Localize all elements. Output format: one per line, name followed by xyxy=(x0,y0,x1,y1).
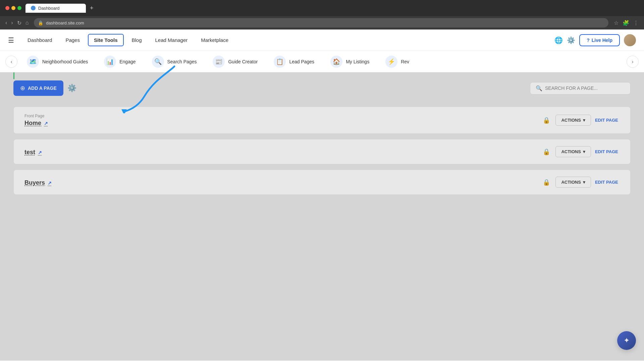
neighborhood-guides-icon: 🗺️ xyxy=(27,56,39,68)
sub-nav-items: 🗺️ Neighborhood Guides 📊 Engage 🔍 Search… xyxy=(17,53,627,70)
new-tab-button[interactable]: + xyxy=(90,5,94,12)
dot-yellow[interactable] xyxy=(11,6,15,10)
lock-icon: 🔒 xyxy=(543,148,550,156)
live-help-button[interactable]: ? Live Help xyxy=(579,34,620,46)
lead-pages-icon: 📋 xyxy=(274,56,286,68)
page-settings-icon[interactable]: ⚙️ xyxy=(67,84,76,93)
lock-icon: 🔒 xyxy=(38,20,43,25)
browser-tabs: Dashboard + xyxy=(25,4,639,13)
browser-chrome: Dashboard + xyxy=(0,0,644,16)
page-item: test ↗ 🔒 ACTIONS ▾ EDIT PAGE xyxy=(13,139,631,164)
page-name: test ↗ xyxy=(24,149,543,156)
top-nav: ☰ Dashboard Pages Site Tools Blog Lead M… xyxy=(0,29,644,51)
nav-item-blog[interactable]: Blog xyxy=(126,35,147,46)
menu-icon[interactable]: ⋮ xyxy=(633,20,639,26)
edit-page-button[interactable]: EDIT PAGE xyxy=(594,146,620,157)
external-link-icon[interactable]: ↗ xyxy=(38,150,42,155)
refresh-button[interactable]: ↻ xyxy=(17,20,21,26)
sub-nav: ‹ 🗺️ Neighborhood Guides 📊 Engage 🔍 Sear… xyxy=(0,51,644,72)
chat-bubble-button[interactable]: ✦ xyxy=(617,331,636,350)
hamburger-menu-icon[interactable]: ☰ xyxy=(8,36,14,44)
external-link-icon[interactable]: ↗ xyxy=(44,121,48,126)
engage-icon: 📊 xyxy=(104,56,116,68)
page-label: Front Page xyxy=(24,114,543,118)
browser-actions: ☆ 🧩 ⋮ xyxy=(614,20,639,26)
tab-favicon xyxy=(31,6,36,10)
url-text: dashboard.site.com xyxy=(46,20,84,25)
content-toolbar: ⊕ ADD A PAGE ⚙️ 🔍 xyxy=(13,80,631,96)
dot-red[interactable] xyxy=(5,6,9,10)
sub-nav-item-neighborhood-guides[interactable]: 🗺️ Neighborhood Guides xyxy=(20,53,95,70)
url-bar[interactable]: 🔒 dashboard.site.com xyxy=(34,18,608,27)
search-bar[interactable]: 🔍 xyxy=(530,82,631,95)
sub-nav-next-arrow[interactable]: › xyxy=(627,56,639,68)
sub-nav-item-guide-creator[interactable]: 📰 Guide Creator xyxy=(206,53,264,70)
chevron-down-icon: ▾ xyxy=(583,149,585,154)
user-avatar[interactable] xyxy=(624,34,636,46)
nav-item-pages[interactable]: Pages xyxy=(60,35,85,46)
extensions-icon[interactable]: 🧩 xyxy=(623,20,629,26)
back-button[interactable]: ‹ xyxy=(5,20,7,26)
sub-nav-item-my-listings[interactable]: 🏠 My Listings xyxy=(324,53,376,70)
sub-nav-prev-arrow[interactable]: ‹ xyxy=(5,56,17,68)
lock-icon: 🔒 xyxy=(543,117,550,124)
lock-icon: 🔒 xyxy=(543,179,550,186)
guide-creator-icon: 📰 xyxy=(213,56,225,68)
sub-nav-item-search-pages[interactable]: 🔍 Search Pages xyxy=(145,53,204,70)
page-actions: 🔒 ACTIONS ▾ EDIT PAGE xyxy=(543,115,620,126)
rev-icon: ⚡ xyxy=(385,56,397,68)
dot-green[interactable] xyxy=(17,6,21,10)
nav-item-lead-manager[interactable]: Lead Manager xyxy=(150,35,193,46)
address-bar: ‹ › ↻ ⌂ 🔒 dashboard.site.com ☆ 🧩 ⋮ xyxy=(0,16,644,29)
actions-button[interactable]: ACTIONS ▾ xyxy=(555,146,591,157)
actions-button[interactable]: ACTIONS ▾ xyxy=(555,115,591,126)
page-info: Front Page Home ↗ xyxy=(24,114,543,127)
browser-dots xyxy=(5,6,21,10)
edit-page-button[interactable]: EDIT PAGE xyxy=(594,177,620,187)
page-list: Front Page Home ↗ 🔒 ACTIONS ▾ EDIT PAGE xyxy=(13,107,631,200)
page-name: Home ↗ xyxy=(24,120,543,127)
chat-bubble-icon: ✦ xyxy=(624,336,630,345)
page-name: Buyers ↗ xyxy=(24,179,543,186)
chevron-down-icon: ▾ xyxy=(583,180,585,185)
search-icon: 🔍 xyxy=(536,85,542,92)
my-listings-icon: 🏠 xyxy=(330,56,342,68)
settings-icon[interactable]: ⚙️ xyxy=(567,36,575,44)
content-area: ⊕ ADD A PAGE ⚙️ 🔍 Front Page Home ↗ xyxy=(0,72,644,361)
page-actions: 🔒 ACTIONS ▾ EDIT PAGE xyxy=(543,177,620,188)
browser-nav-buttons: ‹ › ↻ ⌂ xyxy=(5,20,29,26)
chevron-down-icon: ▾ xyxy=(583,118,585,123)
page-info: test ↗ xyxy=(24,147,543,156)
live-help-question-icon: ? xyxy=(587,38,590,43)
search-pages-icon: 🔍 xyxy=(152,56,164,68)
indicator-bar xyxy=(13,72,14,79)
nav-right: 🌐 ⚙️ ? Live Help xyxy=(554,34,636,46)
forward-button[interactable]: › xyxy=(11,20,13,26)
globe-icon[interactable]: 🌐 xyxy=(554,36,563,44)
browser-tab-active[interactable]: Dashboard xyxy=(25,4,86,13)
sub-nav-item-lead-pages[interactable]: 📋 Lead Pages xyxy=(267,53,321,70)
page-item: Buyers ↗ 🔒 ACTIONS ▾ EDIT PAGE xyxy=(13,170,631,195)
nav-item-marketplace[interactable]: Marketplace xyxy=(196,35,234,46)
nav-item-dashboard[interactable]: Dashboard xyxy=(22,35,57,46)
sub-nav-item-engage[interactable]: 📊 Engage xyxy=(97,53,142,70)
add-page-button[interactable]: ⊕ ADD A PAGE xyxy=(13,80,63,96)
home-button[interactable]: ⌂ xyxy=(25,20,29,26)
bookmark-icon[interactable]: ☆ xyxy=(614,20,619,26)
add-icon: ⊕ xyxy=(20,84,25,92)
page-info: Buyers ↗ xyxy=(24,178,543,186)
external-link-icon[interactable]: ↗ xyxy=(48,180,52,186)
actions-button[interactable]: ACTIONS ▾ xyxy=(555,177,591,188)
app: ☰ Dashboard Pages Site Tools Blog Lead M… xyxy=(0,29,644,362)
search-input[interactable] xyxy=(545,85,625,91)
nav-item-site-tools[interactable]: Site Tools xyxy=(88,34,124,46)
sub-nav-item-rev[interactable]: ⚡ Rev xyxy=(379,53,416,70)
page-actions: 🔒 ACTIONS ▾ EDIT PAGE xyxy=(543,146,620,157)
edit-page-button[interactable]: EDIT PAGE xyxy=(594,115,620,125)
tab-label: Dashboard xyxy=(38,6,60,11)
page-item: Front Page Home ↗ 🔒 ACTIONS ▾ EDIT PAGE xyxy=(13,107,631,134)
